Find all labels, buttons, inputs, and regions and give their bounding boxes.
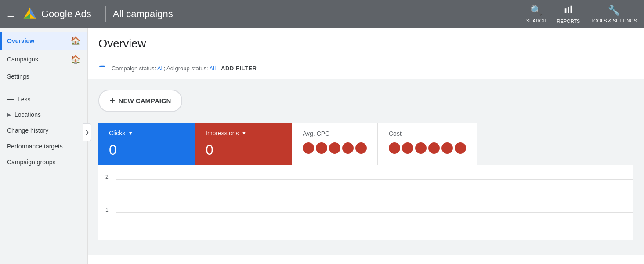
chart-y-label-2: 2 xyxy=(105,174,109,180)
less-label: Less xyxy=(18,96,31,103)
filter-bar: Campaign status: All; Ad group status: A… xyxy=(88,58,644,79)
add-filter-button[interactable]: ADD FILTER xyxy=(221,65,257,72)
chart-area: 2 1 xyxy=(98,165,633,240)
chevron-right-icon: ❯ xyxy=(85,129,89,135)
cost-blur-dot-4 xyxy=(428,142,440,154)
sidebar-campaigns-label: Campaigns xyxy=(7,56,38,63)
new-campaign-button[interactable]: + NEW CAMPAIGN xyxy=(98,90,182,112)
sidebar-collapse-button[interactable]: ❯ xyxy=(83,123,91,141)
chart-gridline-2 xyxy=(116,179,633,180)
svg-rect-5 xyxy=(571,6,572,13)
chart-gridline-1 xyxy=(116,212,633,213)
search-label: SEARCH xyxy=(526,18,546,23)
tools-icon: 🔧 xyxy=(608,5,620,16)
performance-targets-label: Performance targets xyxy=(7,143,63,150)
impressions-dropdown-arrow[interactable]: ▼ xyxy=(241,130,246,136)
tools-settings-nav-button[interactable]: 🔧 TOOLS & SETTINGS xyxy=(590,5,637,23)
nav-page-title: All campaigns xyxy=(113,8,173,20)
sidebar-item-campaigns[interactable]: Campaigns 🏠 xyxy=(0,50,87,69)
sidebar-item-locations[interactable]: ▶ Locations xyxy=(0,107,87,123)
nav-actions: 🔍 SEARCH REPORTS 🔧 TOOLS & SETTINGS xyxy=(526,4,637,24)
cost-label: Cost xyxy=(389,130,466,137)
clicks-value: 0 xyxy=(109,142,185,158)
page-title: Overview xyxy=(98,37,633,51)
app-name-label: Google Ads xyxy=(41,8,91,20)
avg-cpc-label: Avg. CPC xyxy=(303,130,367,137)
clicks-label-text: Clicks xyxy=(109,130,125,137)
tools-label: TOOLS & SETTINGS xyxy=(590,18,637,23)
search-nav-button[interactable]: 🔍 SEARCH xyxy=(526,5,546,23)
content-area: Overview Campaign status: All; Ad group … xyxy=(88,28,644,264)
avg-cpc-value xyxy=(303,142,367,154)
campaign-groups-label: Campaign groups xyxy=(7,159,56,166)
cost-blur-dot-1 xyxy=(389,142,400,154)
sidebar-settings-label: Settings xyxy=(7,73,29,80)
search-icon: 🔍 xyxy=(530,5,542,16)
top-nav: ☰ Google Ads All campaigns 🔍 SEARCH REPO… xyxy=(0,0,644,28)
cost-blur-dot-6 xyxy=(455,142,466,154)
app-logo: Google Ads xyxy=(22,6,91,22)
reports-label: REPORTS xyxy=(557,18,580,24)
sidebar-item-campaign-groups[interactable]: Campaign groups xyxy=(0,154,87,170)
chart-y-label-1: 1 xyxy=(105,207,109,213)
sidebar-item-overview[interactable]: Overview 🏠 xyxy=(0,32,87,50)
cost-blur-dot-5 xyxy=(441,142,453,154)
metric-card-impressions[interactable]: Impressions ▼ 0 xyxy=(195,123,292,165)
sidebar-less-button[interactable]: — Less xyxy=(0,92,87,107)
sidebar-item-change-history[interactable]: Change history xyxy=(0,123,87,138)
blur-dot-2 xyxy=(316,142,327,154)
svg-rect-3 xyxy=(565,8,567,13)
metric-card-cost: Cost xyxy=(378,123,477,165)
blur-dot-3 xyxy=(329,142,340,154)
filter-icon xyxy=(98,63,106,73)
campaign-status-value[interactable]: All xyxy=(157,65,163,72)
impressions-label-text: Impressions xyxy=(206,130,239,137)
ad-group-status-value[interactable]: All xyxy=(210,65,216,72)
campaigns-home-icon: 🏠 xyxy=(71,54,80,64)
main-layout: Overview 🏠 Campaigns 🏠 Settings — Less ▶… xyxy=(0,28,644,264)
reports-icon xyxy=(564,4,573,17)
page-header: Overview xyxy=(88,28,644,58)
home-icon: 🏠 xyxy=(71,36,80,46)
cost-blur-dot-3 xyxy=(415,142,427,154)
impressions-value: 0 xyxy=(206,142,281,158)
clicks-dropdown-arrow[interactable]: ▼ xyxy=(128,130,133,136)
blur-dot-4 xyxy=(342,142,354,154)
filter-text: Campaign status: All; Ad group status: A… xyxy=(112,65,216,72)
campaign-status-text: Campaign status: xyxy=(112,65,157,72)
nav-divider xyxy=(105,6,106,22)
sidebar-item-performance-targets[interactable]: Performance targets xyxy=(0,138,87,154)
sidebar: Overview 🏠 Campaigns 🏠 Settings — Less ▶… xyxy=(0,28,88,264)
sidebar-item-settings[interactable]: Settings xyxy=(0,69,87,84)
sidebar-divider-1 xyxy=(7,88,80,88)
metric-cards: Clicks ▼ 0 Impressions ▼ 0 Avg. CPC xyxy=(98,123,633,165)
ad-group-status-text: ; Ad group status: xyxy=(164,65,210,72)
cost-value xyxy=(389,142,466,154)
sidebar-overview-label: Overview xyxy=(7,37,34,44)
impressions-label: Impressions ▼ xyxy=(206,130,281,137)
blur-dot-5 xyxy=(355,142,367,154)
metric-card-avg-cpc: Avg. CPC xyxy=(292,123,378,165)
cost-blur-dot-2 xyxy=(402,142,413,154)
change-history-label: Change history xyxy=(7,127,48,134)
metric-card-clicks[interactable]: Clicks ▼ 0 xyxy=(98,123,195,165)
locations-label: Locations xyxy=(14,111,41,118)
new-campaign-label: NEW CAMPAIGN xyxy=(119,97,171,105)
blur-dot-1 xyxy=(303,142,314,154)
expand-arrow-icon: ▶ xyxy=(7,112,11,118)
menu-icon[interactable]: ☰ xyxy=(7,9,15,19)
campaign-area: + NEW CAMPAIGN Clicks ▼ 0 Impressions xyxy=(88,79,644,255)
svg-rect-4 xyxy=(568,7,569,13)
google-ads-logo-icon xyxy=(22,6,38,22)
reports-nav-button[interactable]: REPORTS xyxy=(557,4,580,24)
plus-icon: + xyxy=(110,96,115,106)
clicks-label: Clicks ▼ xyxy=(109,130,185,137)
minus-icon: — xyxy=(7,95,14,103)
